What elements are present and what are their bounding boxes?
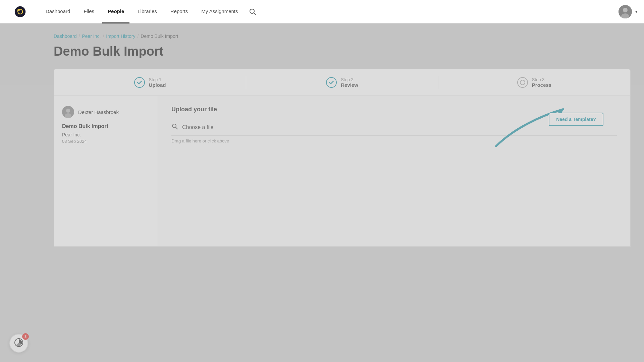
top-nav: Dashboard Files People Libraries Reports…	[0, 0, 644, 23]
nav-right: ▾	[619, 5, 637, 18]
search-icon	[171, 123, 178, 131]
nav-my-assignments[interactable]: My Assignments	[196, 0, 243, 23]
svg-point-0	[15, 6, 25, 17]
step-1: Step 1 Upload	[54, 77, 246, 88]
sidebar-import-name: Demo Bulk Import	[62, 123, 150, 129]
file-drag-hint: Drag a file here or click above	[171, 138, 617, 143]
breadcrumb-import-history[interactable]: Import History	[106, 34, 135, 39]
step-2: Step 2 Review	[246, 77, 438, 88]
step-1-icon	[134, 77, 145, 88]
svg-point-4	[623, 8, 628, 12]
svg-point-6	[520, 80, 525, 85]
upload-panel: Upload your file Choose a file Drag a fi…	[158, 96, 630, 246]
svg-point-8	[66, 109, 70, 113]
sidebar-avatar	[62, 106, 74, 118]
step-2-name: Review	[341, 82, 358, 88]
stepper: Step 1 Upload Step 2 Review	[54, 69, 631, 96]
nav-people[interactable]: People	[102, 0, 129, 23]
breadcrumb-org[interactable]: Pear Inc.	[82, 34, 101, 39]
need-template-button[interactable]: Need a Template?	[549, 113, 603, 126]
step-3-name: Process	[532, 82, 551, 88]
breadcrumb-sep-1: /	[79, 34, 80, 39]
sidebar-date: 03 Sep 2024	[62, 139, 150, 144]
main-content: Dashboard / Pear Inc. / Import History /…	[40, 23, 644, 257]
nav-libraries[interactable]: Libraries	[132, 0, 162, 23]
avatar[interactable]	[619, 5, 632, 18]
chevron-down-icon[interactable]: ▾	[635, 9, 637, 14]
step-3: Step 3 Process	[438, 77, 630, 88]
step-1-label: Step 1	[149, 77, 166, 82]
sidebar-org: Pear Inc.	[62, 132, 150, 137]
sidebar-user: Dexter Haasbroek	[62, 106, 150, 118]
step-3-icon	[517, 77, 528, 88]
app-logo[interactable]	[0, 0, 40, 23]
breadcrumb: Dashboard / Pear Inc. / Import History /…	[54, 34, 631, 39]
step-2-label: Step 2	[341, 77, 358, 82]
step-3-label: Step 3	[532, 77, 551, 82]
sidebar-username: Dexter Haasbroek	[78, 109, 119, 115]
notification-fab[interactable]: 8	[9, 334, 28, 353]
notification-badge: 8	[22, 333, 29, 340]
search-icon[interactable]	[249, 8, 256, 15]
nav-reports[interactable]: Reports	[165, 0, 194, 23]
content-area: Dexter Haasbroek Demo Bulk Import Pear I…	[54, 96, 631, 247]
notification-icon	[14, 338, 23, 349]
step-1-name: Upload	[149, 82, 166, 88]
sidebar-panel: Dexter Haasbroek Demo Bulk Import Pear I…	[54, 96, 158, 246]
breadcrumb-dashboard[interactable]: Dashboard	[54, 34, 77, 39]
nav-links: Dashboard Files People Libraries Reports…	[40, 0, 619, 23]
upload-title: Upload your file	[171, 106, 617, 113]
breadcrumb-sep-3: /	[137, 34, 139, 39]
file-choose-text: Choose a file	[182, 124, 213, 130]
breadcrumb-sep-2: /	[103, 34, 104, 39]
step-2-icon	[326, 77, 337, 88]
nav-files[interactable]: Files	[78, 0, 100, 23]
svg-point-1	[18, 9, 20, 10]
nav-dashboard[interactable]: Dashboard	[40, 0, 75, 23]
breadcrumb-current: Demo Bulk Import	[141, 34, 178, 39]
page-title: Demo Bulk Import	[54, 44, 631, 59]
